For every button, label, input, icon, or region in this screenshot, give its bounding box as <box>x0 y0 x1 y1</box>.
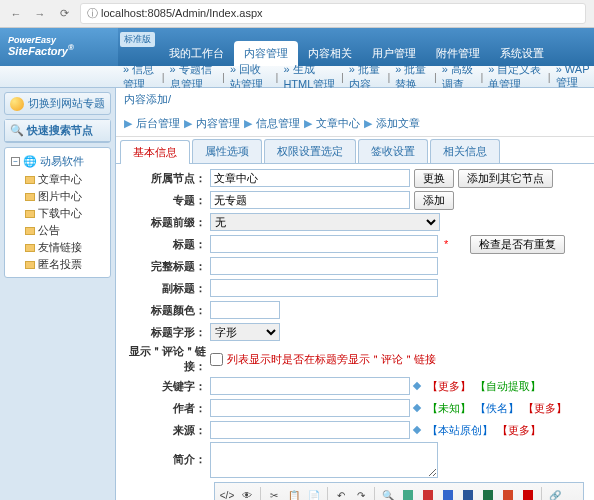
tree-node-2[interactable]: 下载中心 <box>23 205 108 222</box>
word-icon[interactable] <box>459 486 477 500</box>
lbl-cmt: 显示＂评论＂链接： <box>120 344 210 374</box>
folder-icon <box>25 261 35 269</box>
change-node-button[interactable]: 更换 <box>414 169 454 188</box>
folder-icon <box>25 244 35 252</box>
quick-search-header[interactable]: 🔍快速搜索节点 <box>5 120 110 142</box>
full-title-field[interactable] <box>210 257 438 275</box>
url-bar[interactable]: ⓘ localhost:8085/Admin/Index.aspx <box>80 3 586 24</box>
subnav-1[interactable]: » 专题信息管理 <box>167 62 221 92</box>
sub-title-field[interactable] <box>210 279 438 297</box>
au-anon-link[interactable]: 【佚名】 <box>475 401 519 416</box>
spec-field[interactable] <box>210 191 410 209</box>
kw-auto-link[interactable]: 【自动提取】 <box>475 379 541 394</box>
paste-icon[interactable]: 📄 <box>305 486 323 500</box>
add-other-node-button[interactable]: 添加到其它节点 <box>458 169 553 188</box>
lbl-node: 所属节点： <box>120 171 210 186</box>
excel-icon[interactable] <box>479 486 497 500</box>
redo-icon[interactable]: ↷ <box>352 486 370 500</box>
tree-node-1[interactable]: 图片中心 <box>23 188 108 205</box>
keyword-field[interactable] <box>210 377 410 395</box>
pdf-icon[interactable] <box>519 486 537 500</box>
subnav-7[interactable]: » 自定义表单管理 <box>485 62 546 92</box>
title-color-field[interactable] <box>210 301 280 319</box>
subnav-0[interactable]: » 信息管理 <box>120 62 160 92</box>
reload-icon[interactable]: ⟳ <box>56 6 72 22</box>
forward-icon[interactable]: → <box>32 6 48 22</box>
diamond-icon <box>413 404 421 412</box>
article-form: 所属节点：更换添加到其它节点 专题：添加 标题前缀：无 标题：*检查是否有重复 … <box>116 164 594 500</box>
add-spec-button[interactable]: 添加 <box>414 191 454 210</box>
crumb-content[interactable]: 内容管理 <box>196 116 240 131</box>
crumb-info[interactable]: 信息管理 <box>256 116 300 131</box>
node-field[interactable] <box>210 169 410 187</box>
flash-icon[interactable] <box>419 486 437 500</box>
form-tabs: 基本信息属性选项权限设置选定签收设置相关信息 <box>116 139 594 164</box>
src-orig-link[interactable]: 【本站原创】 <box>427 423 493 438</box>
comment-hint: 列表显示时是否在标题旁显示＂评论＂链接 <box>227 352 436 367</box>
subnav-6[interactable]: » 高级调查 <box>439 62 479 92</box>
tree-node-0[interactable]: 文章中心 <box>23 171 108 188</box>
tab-0[interactable]: 基本信息 <box>120 140 190 164</box>
lbl-author: 作者： <box>120 401 210 416</box>
link-icon[interactable]: 🔗 <box>546 486 564 500</box>
source-icon[interactable]: </> <box>218 486 236 500</box>
diamond-icon <box>413 426 421 434</box>
intro-field[interactable] <box>210 442 438 478</box>
kw-more-link[interactable]: 【更多】 <box>427 379 471 394</box>
subnav-2[interactable]: » 回收站管理 <box>227 62 274 92</box>
tree-node-3[interactable]: 公告 <box>23 222 108 239</box>
src-more-link[interactable]: 【更多】 <box>497 423 541 438</box>
check-dup-button[interactable]: 检查是否有重复 <box>470 235 565 254</box>
globe-icon <box>10 97 24 111</box>
copy-icon[interactable]: 📋 <box>285 486 303 500</box>
sidebar: 切换到网站专题 🔍快速搜索节点 −🌐动易软件 文章中心图片中心下载中心公告友情链… <box>0 88 116 500</box>
author-field[interactable] <box>210 399 410 417</box>
subnav-5[interactable]: » 批量替换 <box>392 62 432 92</box>
back-icon[interactable]: ← <box>8 6 24 22</box>
lbl-kw: 关键字： <box>120 379 210 394</box>
editor-toolbar-1: </>👁 ✂📋📄 ↶↷ 🔍 🔗▦—☺ <box>215 483 583 500</box>
section-heading: 内容添加/ <box>116 88 594 111</box>
sidebar-switch[interactable]: 切换到网站专题 <box>4 92 111 115</box>
subnav-4[interactable]: » 批量内容 <box>346 62 386 92</box>
media-icon[interactable] <box>439 486 457 500</box>
source-field[interactable] <box>210 421 410 439</box>
subnav-8[interactable]: » WAP管理 <box>553 63 594 90</box>
image-icon[interactable] <box>399 486 417 500</box>
lbl-tcolor: 标题颜色： <box>120 303 210 318</box>
collapse-icon[interactable]: − <box>11 157 20 166</box>
subnav-3[interactable]: » 生成HTML管理 <box>280 62 339 92</box>
tab-3[interactable]: 签收设置 <box>358 139 428 163</box>
comment-checkbox[interactable] <box>210 353 223 366</box>
tree-root[interactable]: −🌐动易软件 <box>7 152 108 171</box>
preview-icon[interactable]: 👁 <box>238 486 256 500</box>
tab-2[interactable]: 权限设置选定 <box>264 139 356 163</box>
folder-icon <box>25 227 35 235</box>
lbl-tfont: 标题字形： <box>120 325 210 340</box>
au-more-link[interactable]: 【更多】 <box>523 401 567 416</box>
find-icon[interactable]: 🔍 <box>379 486 397 500</box>
au-unknown-link[interactable]: 【未知】 <box>427 401 471 416</box>
title-field[interactable] <box>210 235 438 253</box>
folder-icon <box>25 210 35 218</box>
lbl-spec: 专题： <box>120 193 210 208</box>
tree-node-4[interactable]: 友情链接 <box>23 239 108 256</box>
cut-icon[interactable]: ✂ <box>265 486 283 500</box>
tab-1[interactable]: 属性选项 <box>192 139 262 163</box>
ppt-icon[interactable] <box>499 486 517 500</box>
crumb-admin[interactable]: 后台管理 <box>136 116 180 131</box>
folder-icon <box>25 176 35 184</box>
tree-node-5[interactable]: 匿名投票 <box>23 256 108 273</box>
title-font-select[interactable]: 字形 <box>210 323 280 341</box>
logo: PowerEasy SiteFactory® <box>0 28 118 66</box>
folder-icon <box>25 193 35 201</box>
tab-4[interactable]: 相关信息 <box>430 139 500 163</box>
undo-icon[interactable]: ↶ <box>332 486 350 500</box>
lbl-prefix: 标题前缀： <box>120 215 210 230</box>
sub-nav: » 信息管理|» 专题信息管理|» 回收站管理|» 生成HTML管理|» 批量内… <box>0 66 594 88</box>
crumb-node[interactable]: 文章中心 <box>316 116 360 131</box>
main-panel: 内容添加/ ▶后台管理 ▶内容管理 ▶信息管理 ▶文章中心 ▶添加文章 基本信息… <box>116 88 594 500</box>
prefix-select[interactable]: 无 <box>210 213 440 231</box>
diamond-icon <box>413 382 421 390</box>
app-header: PowerEasy SiteFactory® 标准版 我的工作台内容管理内容相关… <box>0 28 594 66</box>
